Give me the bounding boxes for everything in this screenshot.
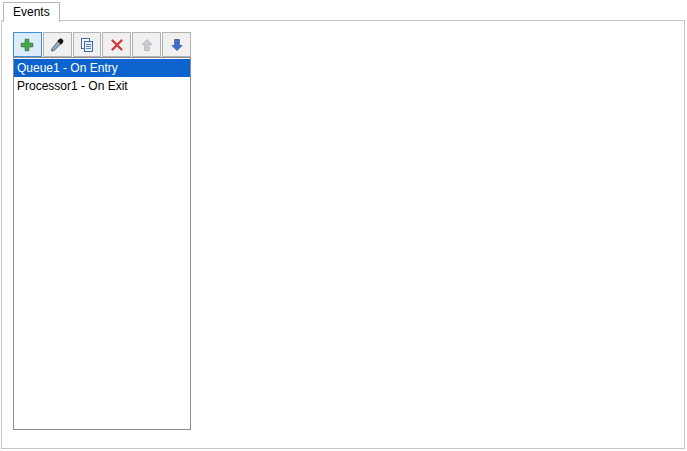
event-list-toolbar: [13, 32, 191, 57]
sample-event-button[interactable]: [43, 32, 72, 57]
tab-events[interactable]: Events: [3, 2, 60, 22]
copy-icon: [79, 37, 95, 53]
move-up-icon: [139, 37, 155, 53]
add-event-button[interactable]: [13, 32, 42, 57]
delete-icon: [109, 37, 125, 53]
event-listbox[interactable]: Queue1 - On Entry Processor1 - On Exit: [13, 57, 191, 430]
list-item[interactable]: Processor1 - On Exit: [14, 77, 190, 95]
delete-event-button[interactable]: [102, 32, 131, 57]
copy-event-button[interactable]: [73, 32, 102, 57]
list-item[interactable]: Queue1 - On Entry: [14, 59, 190, 77]
move-up-button: [132, 32, 161, 57]
add-icon: [19, 37, 35, 53]
move-down-button[interactable]: [162, 32, 191, 57]
move-down-icon: [169, 37, 185, 53]
eyedropper-icon: [49, 37, 65, 53]
tab-events-label: Events: [13, 5, 50, 19]
